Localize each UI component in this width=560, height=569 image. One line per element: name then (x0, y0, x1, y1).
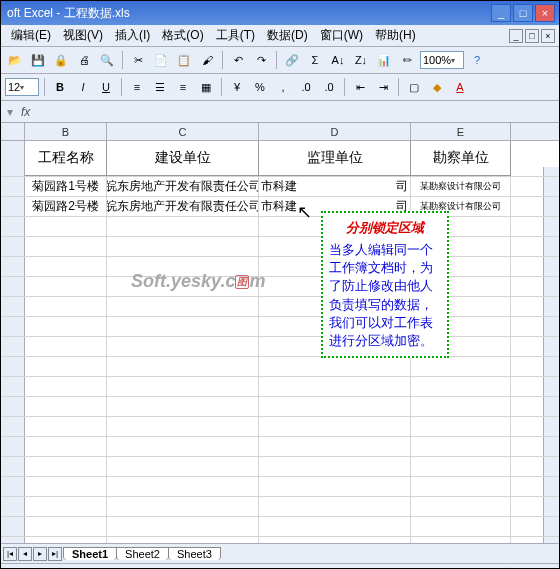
copy-icon[interactable]: 📄 (151, 50, 171, 70)
menu-format[interactable]: 格式(O) (156, 25, 209, 46)
cell[interactable]: 市科建司 (259, 177, 411, 196)
table-row: 菊园路1号楼 皖东房地产开发有限责任公司 市科建司 某勘察设计有限公司 (1, 177, 559, 197)
title-bar: oft Excel - 工程数据.xls _ □ × (1, 1, 559, 25)
status-bar: 数字 (1, 563, 559, 569)
worksheet-area: B C D E 工程名称 建设单位 监理单位 勘察单位 菊园路1号楼 皖东房地产… (1, 123, 559, 543)
close-button[interactable]: × (535, 4, 555, 22)
redo-icon[interactable]: ↷ (251, 50, 271, 70)
col-header-e[interactable]: E (411, 123, 511, 140)
table-header-row: 工程名称 建设单位 监理单位 勘察单位 (1, 141, 559, 177)
select-all-corner[interactable] (1, 123, 25, 140)
col-header-c[interactable]: C (107, 123, 259, 140)
currency-icon[interactable]: ¥ (227, 77, 247, 97)
sort-asc-icon[interactable]: A↓ (328, 50, 348, 70)
fontsize-combo[interactable]: 12▾ (5, 78, 39, 96)
cell[interactable]: 皖东房地产开发有限责任公司 (107, 197, 259, 216)
comma-icon[interactable]: , (273, 77, 293, 97)
grid[interactable]: 工程名称 建设单位 监理单位 勘察单位 菊园路1号楼 皖东房地产开发有限责任公司… (1, 141, 559, 543)
column-headers: B C D E (1, 123, 559, 141)
menu-bar: 编辑(E) 视图(V) 插入(I) 格式(O) 工具(T) 数据(D) 窗口(W… (1, 25, 559, 47)
decrease-decimal-icon[interactable]: .0 (319, 77, 339, 97)
italic-button[interactable]: I (73, 77, 93, 97)
cell[interactable]: 皖东房地产开发有限责任公司 (107, 177, 259, 196)
bold-button[interactable]: B (50, 77, 70, 97)
formula-bar: ▾ fx (1, 101, 559, 123)
separator (222, 51, 223, 69)
separator (44, 78, 45, 96)
window-controls: _ □ × (491, 4, 555, 22)
doc-close-button[interactable]: × (541, 29, 555, 43)
name-box-dropdown-icon[interactable]: ▾ (7, 105, 13, 119)
separator (344, 78, 345, 96)
menu-window[interactable]: 窗口(W) (314, 25, 369, 46)
doc-restore-button[interactable]: □ (525, 29, 539, 43)
doc-minimize-button[interactable]: _ (509, 29, 523, 43)
separator (276, 51, 277, 69)
help-icon[interactable]: ? (467, 50, 487, 70)
sheet-tabs-bar: |◂ ◂ ▸ ▸| Sheet1 Sheet2 Sheet3 (1, 543, 559, 563)
header-cell[interactable]: 勘察单位 (411, 141, 511, 176)
doc-window-controls: _ □ × (509, 29, 555, 43)
tab-nav-first-icon[interactable]: |◂ (3, 547, 17, 561)
increase-indent-icon[interactable]: ⇥ (373, 77, 393, 97)
row-number[interactable] (1, 141, 25, 176)
menu-view[interactable]: 视图(V) (57, 25, 109, 46)
chart-icon[interactable]: 📊 (374, 50, 394, 70)
table-row: 菊园路2号楼 皖东房地产开发有限责任公司 市科建司 某勘察设计有限公司 (1, 197, 559, 217)
underline-button[interactable]: U (96, 77, 116, 97)
header-cell[interactable]: 建设单位 (107, 141, 259, 176)
cell[interactable]: 菊园路1号楼 (25, 177, 107, 196)
menu-tools[interactable]: 工具(T) (210, 25, 261, 46)
increase-decimal-icon[interactable]: .0 (296, 77, 316, 97)
menu-insert[interactable]: 插入(I) (109, 25, 156, 46)
zoom-combo[interactable]: 100%▾ (420, 51, 464, 69)
hyperlink-icon[interactable]: 🔗 (282, 50, 302, 70)
sheet-tab-3[interactable]: Sheet3 (168, 547, 221, 560)
print-icon[interactable]: 🖨 (74, 50, 94, 70)
format-painter-icon[interactable]: 🖌 (197, 50, 217, 70)
col-header-d[interactable]: D (259, 123, 411, 140)
paste-icon[interactable]: 📋 (174, 50, 194, 70)
align-left-icon[interactable]: ≡ (127, 77, 147, 97)
cell[interactable]: 菊园路2号楼 (25, 197, 107, 216)
tab-nav-last-icon[interactable]: ▸| (48, 547, 62, 561)
tab-nav-prev-icon[interactable]: ◂ (18, 547, 32, 561)
fx-icon[interactable]: fx (21, 105, 30, 119)
merge-icon[interactable]: ▦ (196, 77, 216, 97)
percent-icon[interactable]: % (250, 77, 270, 97)
separator (398, 78, 399, 96)
callout-body: 当多人编辑同一个工作簿文档时，为了防止修改由他人负责填写的数据，我们可以对工作表… (329, 241, 441, 350)
callout-box: 分别锁定区域 当多人编辑同一个工作簿文档时，为了防止修改由他人负责填写的数据，我… (321, 211, 449, 358)
sort-desc-icon[interactable]: Z↓ (351, 50, 371, 70)
undo-icon[interactable]: ↶ (228, 50, 248, 70)
permission-icon[interactable]: 🔒 (51, 50, 71, 70)
cut-icon[interactable]: ✂ (128, 50, 148, 70)
drawing-icon[interactable]: ✏ (397, 50, 417, 70)
tab-nav-next-icon[interactable]: ▸ (33, 547, 47, 561)
separator (221, 78, 222, 96)
align-center-icon[interactable]: ☰ (150, 77, 170, 97)
cell[interactable]: 某勘察设计有限公司 (411, 177, 511, 196)
fill-color-icon[interactable]: ◆ (427, 77, 447, 97)
minimize-button[interactable]: _ (491, 4, 511, 22)
save-icon[interactable]: 💾 (28, 50, 48, 70)
maximize-button[interactable]: □ (513, 4, 533, 22)
align-right-icon[interactable]: ≡ (173, 77, 193, 97)
menu-data[interactable]: 数据(D) (261, 25, 314, 46)
row-number[interactable] (1, 197, 25, 216)
menu-help[interactable]: 帮助(H) (369, 25, 422, 46)
col-header-b[interactable]: B (25, 123, 107, 140)
header-cell[interactable]: 工程名称 (25, 141, 107, 176)
open-icon[interactable]: 📂 (5, 50, 25, 70)
font-color-icon[interactable]: A (450, 77, 470, 97)
row-number[interactable] (1, 177, 25, 196)
decrease-indent-icon[interactable]: ⇤ (350, 77, 370, 97)
borders-icon[interactable]: ▢ (404, 77, 424, 97)
autosum-icon[interactable]: Σ (305, 50, 325, 70)
preview-icon[interactable]: 🔍 (97, 50, 117, 70)
header-cell[interactable]: 监理单位 (259, 141, 411, 176)
sheet-tab-1[interactable]: Sheet1 (63, 547, 117, 560)
callout-title: 分别锁定区域 (329, 219, 441, 237)
menu-edit[interactable]: 编辑(E) (5, 25, 57, 46)
sheet-tab-2[interactable]: Sheet2 (116, 547, 169, 560)
